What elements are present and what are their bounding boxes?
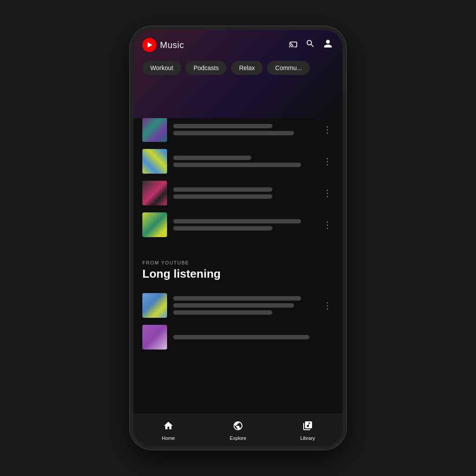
track-item[interactable]: ⋮ (134, 145, 342, 177)
main-content: MUSIC TO GET YOU STARTED Welcome ⋮ (134, 82, 342, 414)
track-subtitle-placeholder (173, 194, 272, 199)
track-thumbnail (142, 181, 167, 205)
track-info (173, 335, 334, 339)
track-thumbnail (142, 212, 167, 237)
track-info (173, 219, 315, 231)
track-more-button[interactable]: ⋮ (321, 123, 334, 137)
account-icon[interactable] (322, 38, 334, 52)
track-title-placeholder (173, 296, 301, 301)
filter-chip-podcasts[interactable]: Podcasts (186, 61, 227, 75)
home-icon (163, 420, 174, 434)
cast-icon[interactable] (289, 39, 298, 51)
track-item[interactable]: ⋮ (134, 290, 342, 321)
search-icon[interactable] (305, 39, 315, 51)
phone-screen: Music (134, 30, 342, 446)
from-youtube-label: FROM YOUTUBE (142, 260, 334, 265)
home-label: Home (162, 435, 175, 441)
track-info (173, 156, 315, 167)
track-subtitle-placeholder (173, 163, 301, 167)
track-title-placeholder (173, 219, 301, 223)
play-triangle-icon (148, 42, 152, 48)
logo-area: Music (142, 38, 184, 52)
track-meta-placeholder (173, 310, 272, 315)
nav-item-explore[interactable]: Explore (203, 419, 273, 443)
filter-chip-relax[interactable]: Relax (231, 61, 263, 75)
long-listening-track-list: ⋮ (134, 286, 342, 357)
header-actions (289, 38, 334, 52)
track-item[interactable]: ⋮ (134, 114, 342, 145)
track-item[interactable] (134, 321, 342, 353)
phone-frame: Music (130, 26, 346, 450)
long-listening-section-header: FROM YOUTUBE Long listening (134, 253, 342, 286)
track-title-placeholder (173, 187, 272, 192)
explore-icon (233, 420, 243, 434)
track-thumbnail (142, 117, 167, 142)
filter-chips-row: Workout Podcasts Relax Commu... (134, 57, 342, 82)
filter-chip-commute[interactable]: Commu... (267, 61, 310, 75)
track-thumbnail (142, 293, 167, 318)
filter-chip-workout[interactable]: Workout (142, 61, 181, 75)
track-thumbnail (142, 325, 167, 350)
youtube-music-logo-icon (142, 38, 156, 52)
track-item[interactable]: ⋮ (134, 209, 342, 241)
nav-item-home[interactable]: Home (134, 419, 203, 443)
bottom-spacer (134, 357, 342, 365)
app-header: Music (134, 30, 342, 57)
track-more-button[interactable]: ⋮ (321, 186, 334, 200)
welcome-track-list: ⋮ ⋮ ⋮ (134, 110, 342, 244)
nav-item-library[interactable]: Library (273, 419, 342, 443)
track-item[interactable]: ⋮ (134, 177, 342, 209)
track-title-placeholder (173, 156, 251, 160)
track-more-button[interactable]: ⋮ (321, 298, 334, 312)
track-title-placeholder (173, 124, 272, 128)
track-subtitle-placeholder (173, 303, 294, 308)
track-title-placeholder (173, 335, 309, 339)
track-info (173, 124, 315, 135)
bottom-navigation: Home Explore Library (134, 414, 342, 446)
track-more-button[interactable]: ⋮ (321, 154, 334, 168)
explore-label: Explore (230, 435, 246, 441)
track-subtitle-placeholder (173, 131, 294, 135)
track-info (173, 296, 315, 315)
library-label: Library (300, 435, 315, 441)
track-subtitle-placeholder (173, 226, 272, 231)
app-name-label: Music (160, 40, 184, 50)
track-more-button[interactable]: ⋮ (321, 218, 334, 232)
library-icon (302, 420, 313, 434)
section-spacer (134, 244, 342, 253)
long-listening-title: Long listening (142, 267, 334, 281)
track-thumbnail (142, 149, 167, 174)
track-info (173, 187, 315, 199)
